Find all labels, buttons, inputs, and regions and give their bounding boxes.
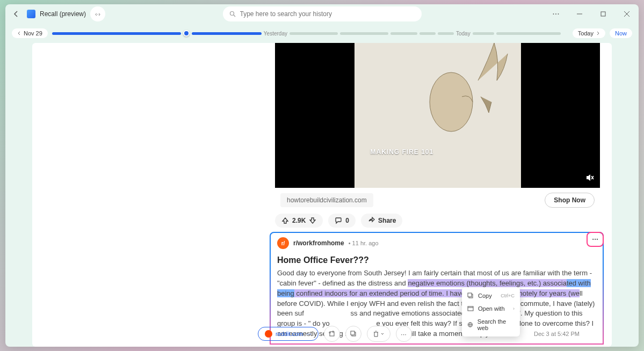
shop-now-button[interactable]: Shop Now [545,193,595,208]
share-pill[interactable]: Share [361,214,402,228]
downvote-icon [309,217,316,224]
now-button[interactable]: Now [610,28,632,38]
date-label: Nov 29 [24,30,42,36]
chevron-right-icon: › [513,306,515,311]
ctx-search-web[interactable]: Search the web [462,315,520,334]
post-header: r/ r/workfromhome • 11 hr. ago [270,232,604,253]
search-bar[interactable] [223,6,422,21]
app-window: Recall (preview) ‹·› ··· Nov 29 Yesterda… [5,4,639,347]
post-title[interactable]: Home Office Fever??? [277,255,596,265]
mute-icon[interactable] [585,173,595,182]
comment-icon [335,217,342,224]
source-more-icon[interactable]: ··· [306,331,311,337]
snapshot-more-button[interactable]: ··· [396,326,412,342]
svg-line-1 [234,15,235,17]
highlighted-text[interactable]: negative emotions (thoughts, feelings, e… [408,279,567,287]
post-age: • 11 hr. ago [349,240,379,246]
snapshot-bottom-bar: reddit.com ··· ··· Dec 3 at 5:42 PM [258,324,580,343]
search-icon [229,11,236,17]
titlebar: Recall (preview) ‹·› ··· [5,4,639,24]
chevron-left-icon [17,31,21,35]
reddit-icon [265,330,272,338]
search-expand-button[interactable]: ‹·› [90,6,105,21]
post-more-button[interactable]: ··· [587,232,604,247]
delete-button[interactable] [367,326,390,342]
trash-icon [373,331,379,337]
engagement-bar: 2.9K 0 Share [275,214,402,228]
source-pill[interactable]: reddit.com ··· [258,327,319,341]
video-embed[interactable]: MAKING FIRE 101 [275,43,600,188]
minimize-button[interactable] [572,6,587,21]
search-input[interactable] [240,10,415,18]
ad-bar: howtorebuildcivilization.com Shop Now [275,190,600,210]
more-button[interactable]: ··· [548,6,563,21]
context-menu: Copy Ctrl+C Open with › Search the web [462,287,520,337]
svg-rect-10 [468,293,472,297]
maximize-button[interactable] [596,6,611,21]
globe-icon [467,321,473,328]
date-pill[interactable]: Nov 29 [12,28,48,38]
today-inline-label: Today [456,31,471,36]
upvote-icon [281,217,289,224]
subreddit-name[interactable]: r/workfromhome [293,239,344,247]
svg-rect-3 [601,12,605,16]
timeline-thumb[interactable] [183,30,190,36]
svg-rect-11 [468,306,473,311]
timeline-bar: Nov 29 Yesterday Today Today Now [5,24,639,43]
snapshot-card: MAKING FIRE 101 howtorebuildcivilization… [32,43,612,347]
crop-button[interactable] [324,326,340,342]
svg-point-6 [430,72,473,131]
content-area: MAKING FIRE 101 howtorebuildcivilization… [5,43,639,347]
today-button[interactable]: Today [573,28,605,38]
svg-rect-16 [330,332,334,336]
share-icon [367,217,375,224]
app-icon [27,10,35,18]
snapshot-timestamp: Dec 3 at 5:42 PM [534,331,580,337]
video-caption: MAKING FIRE 101 [371,148,434,156]
chevron-down-icon [380,332,385,336]
timeline-track[interactable]: Yesterday Today [52,30,568,36]
open-icon [467,305,474,312]
copy-snapshot-button[interactable] [345,326,361,342]
svg-rect-20 [351,331,354,335]
svg-point-0 [230,12,234,16]
subreddit-avatar[interactable]: r/ [277,237,289,249]
back-button[interactable] [10,8,23,20]
app-title: Recall (preview) [40,10,86,18]
copy-icon [467,292,474,299]
yesterday-label: Yesterday [264,31,287,36]
ctx-open-with[interactable]: Open with › [462,302,520,315]
ad-domain[interactable]: howtorebuildcivilization.com [280,193,373,207]
chevron-right-icon [596,31,600,35]
close-button[interactable] [619,6,634,21]
ctx-copy[interactable]: Copy Ctrl+C [462,289,520,302]
comment-pill[interactable]: 0 [328,214,356,228]
upvote-pill[interactable]: 2.9K [275,214,323,228]
